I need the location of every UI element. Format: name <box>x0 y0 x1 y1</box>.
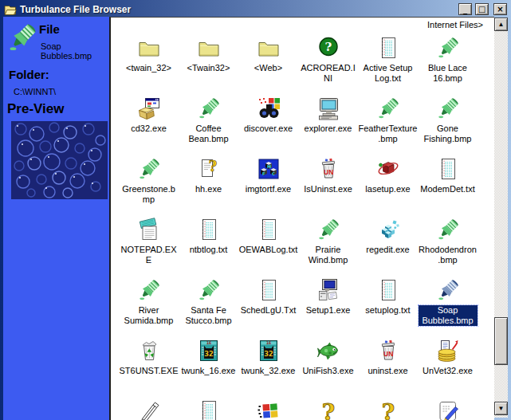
file-item[interactable]: Gone Fishing.bmp <box>418 89 478 150</box>
text-document-icon <box>375 35 401 61</box>
preview-image <box>11 121 108 199</box>
folder-value: C:\WINNT\ <box>14 87 109 96</box>
titlebar[interactable]: Turbulance File Browser _ □ × <box>2 2 509 17</box>
file-item[interactable]: ntbtlog.txt <box>179 210 238 271</box>
file-item[interactable]: ?ACROREAD.INI <box>298 29 358 89</box>
svg-text:UN: UN <box>324 168 333 176</box>
vertical-scrollbar[interactable]: ▲ ▼ <box>494 18 508 418</box>
folder-icon <box>196 35 222 61</box>
svg-text:?: ? <box>324 40 332 54</box>
file-item[interactable]: explorer.exe <box>298 89 358 150</box>
bitmap-paintbrush-icon <box>316 217 341 242</box>
file-name: Gone Fishing.bmp <box>419 124 478 144</box>
file-item[interactable]: <Web> <box>238 29 298 89</box>
file-name: ntbtlog.txt <box>190 245 228 255</box>
file-item[interactable]: ModemDet.txt <box>418 150 478 210</box>
minimize-button[interactable]: _ <box>458 3 472 15</box>
file-name: Prairie Wind.bmp <box>299 245 358 265</box>
file-value: Soap Bubbles.bmp <box>41 41 109 61</box>
file-name: FeatherTexture.bmp <box>359 124 418 144</box>
file-item[interactable]: Coffee Bean.bmp <box>179 89 238 150</box>
text-document-icon <box>196 398 222 420</box>
file-item[interactable]: UniFish3.exe <box>298 332 358 392</box>
file-item[interactable]: Soap Bubbles.bmp <box>418 271 478 332</box>
windows-flag-icon <box>256 398 281 420</box>
file-item[interactable]: discover.exe <box>238 89 298 150</box>
notepad-icon <box>136 217 162 242</box>
file-name: Santa Fe Stucco.bmp <box>179 305 238 326</box>
sidebar: File Soap Bubbles.bmp Folder: C:\WINNT\ … <box>3 17 109 420</box>
svg-text:32: 32 <box>264 349 273 358</box>
bitmap-paintbrush-icon <box>136 277 162 303</box>
file-name: ModemDet.txt <box>420 184 474 194</box>
bitmap-paintbrush-icon <box>435 277 461 303</box>
bitmap-paintbrush-icon <box>435 217 461 242</box>
file-item[interactable]: Active Setup Log.txt <box>358 29 418 89</box>
file-name: ST6UNST.EXE <box>120 366 179 376</box>
file-item[interactable]: Rhododendron.bmp <box>418 210 478 271</box>
file-item[interactable]: <twain_32> <box>119 29 179 89</box>
scroll-up-button[interactable]: ▲ <box>494 18 508 31</box>
help-document-icon: ? <box>196 156 222 182</box>
close-button[interactable]: × <box>493 3 507 15</box>
file-item[interactable]: regedit.exe <box>358 210 418 271</box>
file-item[interactable]: Blue Lace 16.bmp <box>418 29 478 89</box>
folder-icon <box>256 35 281 61</box>
file-item[interactable]: <Twain32> <box>179 29 238 89</box>
file-item[interactable]: 1632twunk_32.exe <box>238 332 298 392</box>
file-item[interactable]: SchedLgU.Txt <box>238 271 298 332</box>
file-name: Active Setup Log.txt <box>359 63 418 84</box>
bitmap-paintbrush-icon <box>435 35 461 61</box>
file-item[interactable]: FeatherTexture.bmp <box>358 89 418 150</box>
file-name: <twain_32> <box>126 63 171 73</box>
folder-heading: Folder: <box>9 68 109 81</box>
file-name: UnVet32.exe <box>423 366 473 376</box>
file-item[interactable]: 1632twunk_16.exe <box>179 332 238 392</box>
file-item[interactable]: ?hh.exe <box>179 150 238 210</box>
scroll-down-button[interactable]: ▼ <box>494 402 508 415</box>
file-item[interactable]: Santa Fe Stucco.bmp <box>179 271 238 332</box>
file-item[interactable]: NOTEPAD.EXE <box>119 210 179 271</box>
file-item[interactable]: OEWABLog.txt <box>238 210 298 271</box>
file-name: SchedLgU.Txt <box>241 305 297 316</box>
file-item-partial[interactable] <box>238 392 298 420</box>
svg-text:32: 32 <box>204 349 213 358</box>
file-name: <Twain32> <box>187 63 230 73</box>
text-document-icon <box>256 217 281 242</box>
bitmap-paintbrush-icon <box>196 96 222 121</box>
file-item[interactable]: Setup1.exe <box>298 271 358 332</box>
scrollbar-thumb[interactable] <box>494 317 508 365</box>
svg-text:F: F <box>262 171 265 176</box>
paintbrush-icon <box>6 19 39 56</box>
file-item[interactable]: ST6UNST.EXE <box>119 332 179 392</box>
file-item-partial[interactable] <box>418 392 478 420</box>
svg-text:16: 16 <box>265 340 270 345</box>
file-item[interactable]: UNIsUninst.exe <box>298 150 358 210</box>
file-name: twunk_16.exe <box>182 366 236 376</box>
file-item[interactable]: Prairie Wind.bmp <box>298 210 358 271</box>
file-name: lasetup.exe <box>365 184 410 194</box>
file-item[interactable]: Greenstone.bmp <box>119 150 179 210</box>
file-name: Coffee Bean.bmp <box>179 124 238 144</box>
file-name: ACROREAD.INI <box>299 63 358 84</box>
file-item-partial[interactable] <box>119 392 179 420</box>
file-item[interactable]: cd32.exe <box>119 89 179 150</box>
file-item-partial[interactable]: ? <box>298 392 358 420</box>
file-item[interactable]: UnVet32.exe <box>418 332 478 392</box>
registry-cubes-icon <box>375 217 401 242</box>
file-item[interactable]: MFCimgtortf.exe <box>238 150 298 210</box>
text-document-icon <box>435 156 461 182</box>
svg-text:UN: UN <box>383 350 393 358</box>
green-circle-question-icon: ? <box>316 35 341 61</box>
file-item-partial[interactable]: ? <box>358 392 418 420</box>
file-name: Blue Lace 16.bmp <box>419 63 478 84</box>
file-item[interactable]: lasetup.exe <box>358 150 418 210</box>
maximize-button[interactable]: □ <box>475 3 489 15</box>
file-item-partial[interactable] <box>179 392 238 420</box>
setup-computer-icon <box>316 277 341 303</box>
file-item[interactable]: River Sumida.bmp <box>119 271 179 332</box>
file-name: UniFish3.exe <box>302 366 353 376</box>
file-item[interactable]: UNuninst.exe <box>358 332 418 392</box>
file-item[interactable]: setuplog.txt <box>358 271 418 332</box>
svg-text:?: ? <box>381 399 394 420</box>
